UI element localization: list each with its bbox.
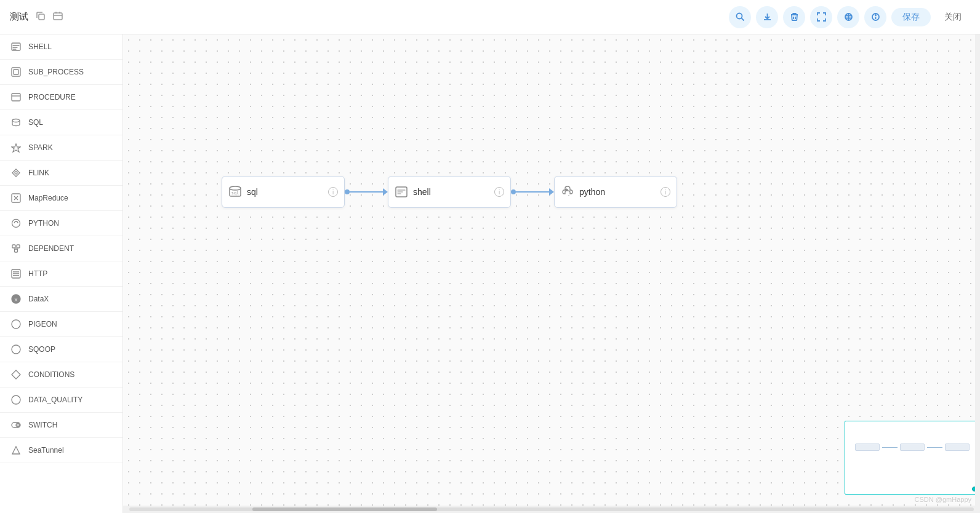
connector-dot-2 bbox=[511, 189, 516, 194]
sidebar-item-SPARK[interactable]: SPARK bbox=[0, 135, 122, 161]
sidebar-label-DATA_QUALITY: DATA_QUALITY bbox=[28, 396, 82, 404]
sidebar-item-HTTP[interactable]: HTTP bbox=[0, 261, 122, 287]
scrollbar-track[interactable] bbox=[129, 507, 974, 511]
svg-line-24 bbox=[16, 248, 18, 249]
connector-line-1 bbox=[350, 191, 383, 193]
sidebar-icon-SHELL bbox=[10, 41, 22, 53]
sidebar-icon-SQOOP bbox=[10, 343, 22, 356]
minimap-content bbox=[845, 421, 979, 455]
sidebar-label-PYTHON: PYTHON bbox=[28, 219, 59, 228]
sidebar-item-SWITCH[interactable]: SWITCH bbox=[0, 413, 122, 438]
svg-point-33 bbox=[16, 423, 20, 427]
sidebar-item-SeaTunnel[interactable]: SeaTunnel bbox=[0, 438, 122, 463]
sidebar-item-SUB_PROCESS[interactable]: SUB_PROCESS bbox=[0, 60, 122, 85]
svg-point-14 bbox=[12, 119, 20, 122]
canvas-area[interactable]: sql sql i shell bbox=[123, 34, 980, 513]
sidebar-item-PIGEON[interactable]: PIGEON bbox=[0, 312, 122, 337]
connector-dot-1 bbox=[345, 189, 350, 194]
sidebar-item-MapReduce[interactable]: MapReduce bbox=[0, 186, 122, 211]
workflow-node-sql[interactable]: sql sql i bbox=[222, 176, 345, 208]
svg-point-2 bbox=[736, 14, 742, 19]
save-button[interactable]: 保存 bbox=[891, 8, 931, 26]
scrollbar-thumb[interactable] bbox=[252, 507, 437, 511]
timed-run-icon[interactable] bbox=[53, 11, 63, 23]
delete-button[interactable] bbox=[783, 6, 805, 28]
svg-marker-30 bbox=[12, 370, 20, 379]
svg-point-31 bbox=[12, 396, 20, 404]
info-button[interactable] bbox=[864, 6, 886, 28]
connector-2 bbox=[511, 188, 554, 196]
sidebar-item-DEPENDENT[interactable]: DEPENDENT bbox=[0, 236, 122, 261]
sidebar-icon-DataX: X bbox=[10, 293, 22, 305]
sidebar-label-SeaTunnel: SeaTunnel bbox=[28, 446, 64, 455]
sidebar-icon-DATA_QUALITY bbox=[10, 394, 22, 406]
svg-point-17 bbox=[15, 172, 17, 174]
close-button[interactable]: 关闭 bbox=[936, 8, 970, 26]
svg-rect-12 bbox=[12, 93, 20, 101]
sidebar-icon-PYTHON bbox=[10, 217, 22, 229]
header: 测试 bbox=[0, 0, 980, 34]
sidebar-item-PROCEDURE[interactable]: PROCEDURE bbox=[0, 85, 122, 110]
workflow-node-python[interactable]: python i bbox=[554, 176, 677, 208]
sidebar-icon-PIGEON bbox=[10, 318, 22, 330]
sidebar-icon-SeaTunnel bbox=[10, 444, 22, 456]
fullscreen-button[interactable] bbox=[810, 6, 832, 28]
sidebar-label-DEPENDENT: DEPENDENT bbox=[28, 244, 74, 253]
sidebar-label-SWITCH: SWITCH bbox=[28, 421, 57, 429]
svg-point-28 bbox=[12, 320, 20, 328]
sidebar-item-SQL[interactable]: SQL bbox=[0, 110, 122, 135]
sidebar-label-HTTP: HTTP bbox=[28, 269, 47, 278]
search-button[interactable] bbox=[729, 6, 751, 28]
svg-point-39 bbox=[566, 188, 566, 188]
connector-arrow-2 bbox=[549, 188, 554, 196]
svg-point-8 bbox=[875, 15, 875, 15]
connector-1 bbox=[345, 188, 388, 196]
sidebar-label-DataX: DataX bbox=[28, 295, 49, 303]
sidebar-item-DATA_QUALITY[interactable]: DATA_QUALITY bbox=[0, 388, 122, 413]
right-scrollbar[interactable] bbox=[975, 34, 980, 513]
sidebar-item-PYTHON[interactable]: PYTHON bbox=[0, 211, 122, 236]
svg-line-23 bbox=[14, 248, 17, 249]
minimap-node-python bbox=[945, 443, 970, 451]
header-left: 测试 bbox=[10, 11, 63, 23]
sidebar-icon-SPARK bbox=[10, 141, 22, 154]
sidebar-label-SQOOP: SQOOP bbox=[28, 345, 55, 354]
sidebar-item-SHELL[interactable]: SHELL bbox=[0, 34, 122, 60]
header-right: 保存 关闭 bbox=[729, 6, 970, 28]
minimap-line-1 bbox=[882, 447, 898, 448]
layout-button[interactable] bbox=[837, 6, 859, 28]
sidebar-item-FLINK[interactable]: FLINK bbox=[0, 161, 122, 186]
svg-rect-0 bbox=[39, 14, 44, 20]
main-layout: SHELL SUB_PROCESS PROCEDURE SQL SPARK FL… bbox=[0, 34, 980, 513]
svg-point-36 bbox=[230, 186, 241, 190]
bottom-scrollbar[interactable] bbox=[123, 506, 980, 513]
workflow-node-shell[interactable]: shell i bbox=[388, 176, 511, 208]
sidebar-label-MapReduce: MapReduce bbox=[28, 194, 68, 202]
shell-node-info[interactable]: i bbox=[494, 187, 504, 197]
sidebar-icon-SQL bbox=[10, 116, 22, 129]
sidebar-label-SHELL: SHELL bbox=[28, 42, 52, 51]
sidebar-icon-PROCEDURE bbox=[10, 91, 22, 103]
svg-point-40 bbox=[568, 195, 569, 196]
sidebar-label-SPARK: SPARK bbox=[28, 143, 53, 152]
minimap-node-sql bbox=[855, 443, 880, 451]
sidebar-item-SQOOP[interactable]: SQOOP bbox=[0, 337, 122, 362]
sidebar-item-CONDITIONS[interactable]: CONDITIONS bbox=[0, 362, 122, 388]
sql-node-icon: sql bbox=[228, 185, 242, 199]
download-button[interactable] bbox=[756, 6, 778, 28]
sidebar-item-DataX[interactable]: X DataX bbox=[0, 287, 122, 312]
minimap bbox=[845, 421, 980, 495]
svg-point-29 bbox=[12, 345, 20, 354]
shell-node-icon bbox=[395, 185, 408, 199]
copy-icon[interactable] bbox=[36, 11, 46, 23]
sql-node-label: sql bbox=[247, 187, 323, 197]
sql-node-info[interactable]: i bbox=[328, 187, 338, 197]
sidebar-icon-SWITCH bbox=[10, 419, 22, 431]
svg-point-19 bbox=[12, 220, 20, 228]
sidebar-label-SUB_PROCESS: SUB_PROCESS bbox=[28, 68, 84, 76]
python-node-info[interactable]: i bbox=[661, 187, 670, 197]
connector-line-2 bbox=[516, 191, 549, 193]
watermark: CSDN @gmHappy bbox=[915, 496, 971, 503]
svg-rect-10 bbox=[12, 68, 20, 76]
sidebar-label-PROCEDURE: PROCEDURE bbox=[28, 93, 76, 101]
